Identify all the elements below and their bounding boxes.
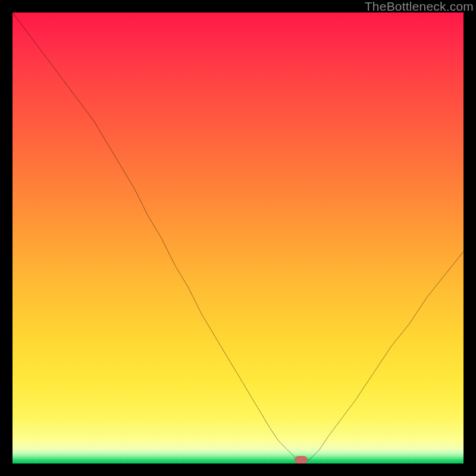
bottleneck-curve [12,12,464,464]
curve-path [12,12,464,464]
minimum-marker [295,456,308,464]
plot-area [12,12,464,464]
watermark-text: TheBottleneck.com [365,0,474,12]
figure-stage: TheBottleneck.com [0,0,476,476]
